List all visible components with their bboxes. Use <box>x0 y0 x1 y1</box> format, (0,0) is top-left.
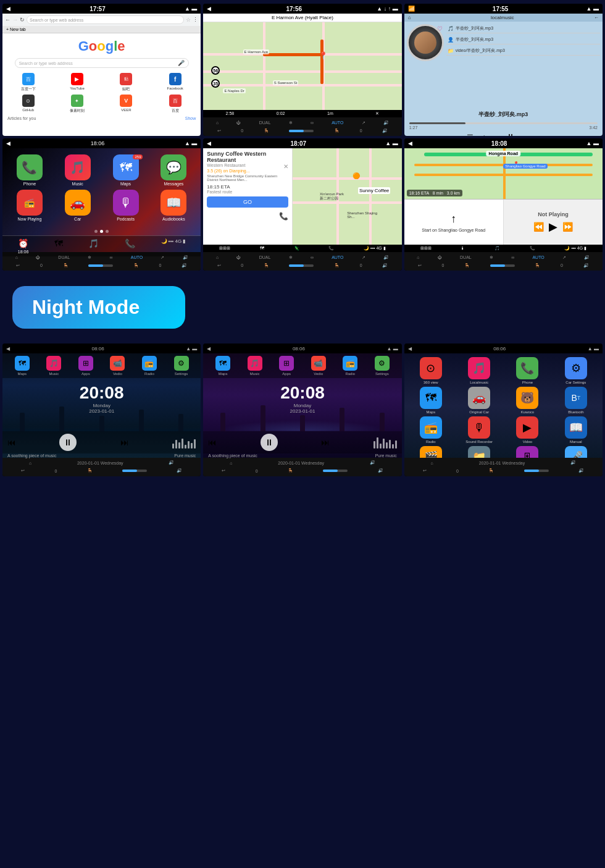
curve-btn-4[interactable]: ↗ <box>161 255 164 260</box>
app-music-n2[interactable]: 🎵 Music <box>248 356 262 376</box>
vol-n3[interactable]: 🔊 <box>570 460 576 465</box>
app-localmusic[interactable]: 🎵 Localmusic <box>456 357 502 384</box>
vol-btn-6[interactable]: 🔊 <box>584 255 590 260</box>
home-btn-n2[interactable]: ⌂ <box>230 461 232 465</box>
eq-btn[interactable]: ≡ <box>535 133 540 136</box>
dual-btn-2[interactable]: DUAL <box>259 120 271 125</box>
vol-slider-n3[interactable] <box>524 470 549 472</box>
seat-n1[interactable]: 🪑 <box>87 468 93 473</box>
back-btn-n3a[interactable]: ↩ <box>423 468 427 473</box>
link-btn-6[interactable]: ∞ <box>511 255 514 259</box>
prev-btn[interactable]: ⏮ <box>492 133 499 136</box>
shortcut-tieba[interactable]: 贴 贴吧 <box>103 73 149 92</box>
back-btn-n1[interactable]: ◀ <box>6 346 10 352</box>
back-btn-5a[interactable]: ↩ <box>217 263 221 268</box>
prev-n2[interactable]: ⏮ <box>208 437 217 447</box>
app-radio-n3[interactable]: 📻 Radio <box>408 416 454 444</box>
grid-icon-5[interactable]: ⊞⊞⊞ <box>219 246 230 251</box>
vol2-n1[interactable]: 🔊 <box>177 468 182 473</box>
snowflake-btn-5[interactable]: ❄ <box>289 255 293 260</box>
seat2-2[interactable]: 🪑 <box>334 129 340 133</box>
vol-n1[interactable]: 🔊 <box>169 460 174 465</box>
carplay-music[interactable]: 🎵 Music <box>56 154 100 186</box>
curve-btn-2[interactable]: ↗ <box>362 120 365 125</box>
shuffle-btn[interactable]: ⇄ <box>480 133 486 136</box>
prev-n1[interactable]: ⏮ <box>7 437 16 447</box>
dual-btn-5[interactable]: DUAL <box>259 255 271 259</box>
play-btn-6[interactable]: ▶ <box>549 220 557 234</box>
vol2-4[interactable]: 🔊 <box>182 263 187 268</box>
dual-btn-4[interactable]: DUAL <box>58 255 70 259</box>
vol-slider-n2[interactable] <box>323 470 348 472</box>
dock-app5[interactable]: 🦎 <box>294 246 299 251</box>
playlist-item-1[interactable]: 🎵 半壶纱_刘珂矣.mp3 <box>446 24 600 33</box>
shortcut-baidu[interactable]: 百 百度一下 <box>5 73 51 92</box>
app-phone-n3[interactable]: 📞 Phone <box>504 357 550 384</box>
auto-btn-2[interactable]: AUTO <box>332 120 343 125</box>
next-btn-6[interactable]: ⏩ <box>562 222 573 232</box>
vol-slider-2[interactable] <box>289 130 314 132</box>
app-manual[interactable]: 📖 Manual <box>553 416 599 444</box>
back-arrow-2[interactable]: ◀ <box>207 6 211 12</box>
vol-slider-6[interactable] <box>490 264 515 267</box>
seat2-6[interactable]: 🪑 <box>535 263 540 268</box>
back-btn-6a[interactable]: ↩ <box>418 263 422 268</box>
next-btn[interactable]: ⏭ <box>522 133 529 136</box>
vol-slider-4[interactable] <box>88 264 113 267</box>
dock-phone6[interactable]: 📞 <box>530 246 535 251</box>
back-btn-n2[interactable]: ◀ <box>207 346 211 352</box>
back-btn-n2a[interactable]: ↩ <box>222 468 225 473</box>
app-maps-n1[interactable]: 🗺 Maps <box>15 356 30 376</box>
snowflake-btn-4[interactable]: ❄ <box>88 255 91 260</box>
app-video-n2[interactable]: 📹 Vedio <box>311 356 326 376</box>
shortcut-pixeltime[interactable]: ✦ 像素时刻 <box>54 95 100 114</box>
playlist-item-2[interactable]: 👤 半壶纱_刘珂矣.mp3 <box>446 35 600 44</box>
go-button[interactable]: GO <box>207 196 288 208</box>
vol2-n3[interactable]: 🔊 <box>578 468 584 473</box>
bookmark-icon[interactable]: ☆ <box>186 17 191 23</box>
dock-phone5[interactable]: 📞 <box>328 246 334 251</box>
seat2-5[interactable]: 🪑 <box>334 263 340 268</box>
vol-slider-n1[interactable] <box>122 470 147 472</box>
dock-music[interactable]: 🎵 <box>88 238 99 254</box>
back-arrow-1[interactable]: ◀ <box>6 6 10 12</box>
progress-bar[interactable] <box>409 122 598 124</box>
home-btn-n3[interactable]: ⌂ <box>431 461 433 465</box>
shortcut-github[interactable]: ⊙ GitHub <box>5 95 51 114</box>
shortcut-veer[interactable]: V VEER <box>103 95 149 114</box>
power-btn-6[interactable]: ⏻ <box>438 255 442 259</box>
seat-2[interactable]: 🪑 <box>264 129 269 133</box>
vol-n2[interactable]: 🔊 <box>370 460 375 465</box>
power-btn-4[interactable]: ⏻ <box>36 255 40 259</box>
carplay-nowplaying[interactable]: 📻 Now Playing <box>7 190 52 221</box>
dock-phone[interactable]: 📞 <box>125 238 135 254</box>
prev-btn-6[interactable]: ⏪ <box>533 222 544 232</box>
app-dspsettings[interactable]: 🎚 DspSettings <box>504 446 550 457</box>
shortcut-baidu2[interactable]: 百 百度 <box>152 95 198 114</box>
poi-close[interactable]: ✕ <box>283 163 288 170</box>
app-settings-n2[interactable]: ⚙ Settings <box>375 356 390 376</box>
app-video-n3[interactable]: ▶ Video <box>504 416 550 444</box>
grid-icon-6[interactable]: ⊞⊞⊞ <box>420 246 432 251</box>
curve-btn-5[interactable]: ↗ <box>362 255 365 260</box>
home-btn-2[interactable]: ⌂ <box>216 120 219 125</box>
app-music-n1[interactable]: 🎵 Music <box>46 356 61 376</box>
dock-app6-2[interactable]: 🎵 <box>494 246 500 251</box>
tab-new[interactable]: + New tab <box>6 27 26 32</box>
playlist-item-3[interactable]: 📁 video/半壶纱_刘珂矣.mp3 <box>446 46 600 56</box>
seat-4[interactable]: 🪑 <box>63 263 69 268</box>
menu-icon[interactable]: ⋮ <box>193 17 198 23</box>
back-icon-3[interactable]: ← <box>594 15 599 20</box>
next-n2[interactable]: ⏭ <box>321 437 330 447</box>
heart-icon[interactable]: ♡ <box>437 25 443 32</box>
carplay-audiobooks[interactable]: 📖 Audiobooks <box>151 190 196 221</box>
app-avin[interactable]: 🎬 Avin <box>408 446 454 457</box>
dock-maps-5[interactable]: 🗺 <box>260 246 264 251</box>
back-btn-2[interactable]: ↩ <box>217 129 221 133</box>
seat-6[interactable]: 🪑 <box>464 263 470 268</box>
app-video-n1[interactable]: 📹 Vedio <box>110 356 125 376</box>
back-btn-6[interactable]: ◀ <box>408 140 412 146</box>
playlist-btn[interactable]: ☰ <box>467 133 474 136</box>
back-btn-n3[interactable]: ◀ <box>408 346 412 352</box>
app-carsettings[interactable]: ⚙ Car Settings <box>553 357 599 384</box>
